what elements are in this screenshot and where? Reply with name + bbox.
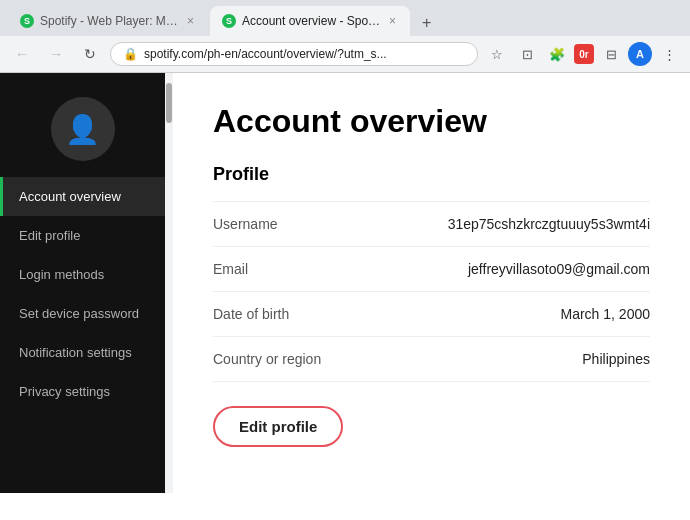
label-dob: Date of birth <box>213 306 289 322</box>
sidebar-item-label-0: Account overview <box>19 189 121 204</box>
tab-favicon-1: S <box>20 14 34 28</box>
address-bar-icons: ☆ ⊡ 🧩 0r ⊟ A ⋮ <box>484 41 682 67</box>
sidebar-item-privacy-settings[interactable]: Privacy settings <box>0 372 165 411</box>
value-email: jeffreyvillasoto09@gmail.com <box>468 261 650 277</box>
table-row-dob: Date of birth March 1, 2000 <box>213 292 650 337</box>
browser-chrome: S Spotify - Web Player: Music × S Accoun… <box>0 0 690 73</box>
reload-button[interactable]: ↻ <box>76 40 104 68</box>
main-content: Account overview Profile Username 31ep75… <box>173 73 690 493</box>
new-tab-button[interactable]: + <box>412 10 441 36</box>
sidebar-item-label-2: Login methods <box>19 267 104 282</box>
page-title: Account overview <box>213 103 650 140</box>
scrollbar-thumb[interactable] <box>166 83 172 123</box>
avatar-icon: 👤 <box>65 113 100 146</box>
bookmark-icon[interactable]: ☆ <box>484 41 510 67</box>
value-username: 31ep75cshzkrczgtuuuy5s3wmt4i <box>448 216 650 232</box>
sidebar-item-label-3: Set device password <box>19 306 139 321</box>
value-country: Philippines <box>582 351 650 367</box>
sidebar-item-label-5: Privacy settings <box>19 384 110 399</box>
sidebar-item-account-overview[interactable]: Account overview <box>0 177 165 216</box>
sidebar-item-notification-settings[interactable]: Notification settings <box>0 333 165 372</box>
or-extension-icon[interactable]: 0r <box>574 44 594 64</box>
forward-button[interactable]: → <box>42 40 70 68</box>
avatar: 👤 <box>51 97 115 161</box>
tab-close-2[interactable]: × <box>387 12 398 30</box>
value-dob: March 1, 2000 <box>561 306 651 322</box>
tab-title-2: Account overview - Spotify <box>242 14 381 28</box>
label-username: Username <box>213 216 278 232</box>
sidebar-item-device-password[interactable]: Set device password <box>0 294 165 333</box>
sidebar: 👤 Account overview Edit profile Login me… <box>0 73 165 493</box>
tab-title-1: Spotify - Web Player: Music <box>40 14 179 28</box>
profile-table: Username 31ep75cshzkrczgtuuuy5s3wmt4i Em… <box>213 201 650 382</box>
tab-favicon-2: S <box>222 14 236 28</box>
tab-close-1[interactable]: × <box>185 12 196 30</box>
sidebar-item-label-1: Edit profile <box>19 228 80 243</box>
scrollbar[interactable] <box>165 73 173 493</box>
edit-profile-button[interactable]: Edit profile <box>213 406 343 447</box>
app-layout: 👤 Account overview Edit profile Login me… <box>0 73 690 493</box>
sidebar-nav: Account overview Edit profile Login meth… <box>0 177 165 411</box>
tab-spotify-player[interactable]: S Spotify - Web Player: Music × <box>8 6 208 36</box>
table-row-country: Country or region Philippines <box>213 337 650 382</box>
table-row-email: Email jeffreyvillasoto09@gmail.com <box>213 247 650 292</box>
table-row-username: Username 31ep75cshzkrczgtuuuy5s3wmt4i <box>213 202 650 247</box>
sidebar-item-edit-profile[interactable]: Edit profile <box>0 216 165 255</box>
label-country: Country or region <box>213 351 321 367</box>
tab-bar: S Spotify - Web Player: Music × S Accoun… <box>0 0 690 36</box>
url-text: spotify.com/ph-en/account/overview/?utm_… <box>144 47 465 61</box>
label-email: Email <box>213 261 248 277</box>
section-title: Profile <box>213 164 650 185</box>
sidebar-toggle-icon[interactable]: ⊟ <box>598 41 624 67</box>
share-icon[interactable]: ⊡ <box>514 41 540 67</box>
profile-icon[interactable]: A <box>628 42 652 66</box>
tab-account-overview[interactable]: S Account overview - Spotify × <box>210 6 410 36</box>
extensions-icon[interactable]: 🧩 <box>544 41 570 67</box>
address-bar-row: ← → ↻ 🔒 spotify.com/ph-en/account/overvi… <box>0 36 690 72</box>
lock-icon: 🔒 <box>123 47 138 61</box>
sidebar-item-label-4: Notification settings <box>19 345 132 360</box>
menu-icon[interactable]: ⋮ <box>656 41 682 67</box>
sidebar-avatar-area: 👤 <box>0 73 165 177</box>
back-button[interactable]: ← <box>8 40 36 68</box>
sidebar-item-login-methods[interactable]: Login methods <box>0 255 165 294</box>
address-bar[interactable]: 🔒 spotify.com/ph-en/account/overview/?ut… <box>110 42 478 66</box>
